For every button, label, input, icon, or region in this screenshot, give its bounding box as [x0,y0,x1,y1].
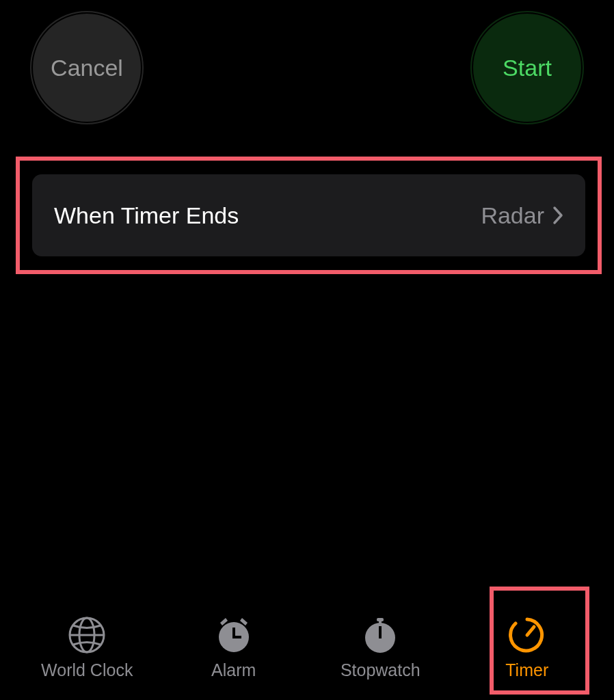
tab-world-clock-label: World Clock [41,660,133,680]
top-button-row: Cancel Start [0,14,614,122]
globe-icon [67,614,107,656]
tab-timer[interactable]: Timer [466,614,589,680]
tab-stopwatch-label: Stopwatch [341,660,421,680]
svg-rect-5 [232,636,241,638]
tab-bar: World Clock Alarm Stopwatch [0,599,614,700]
svg-line-10 [527,627,534,635]
when-timer-ends-value: Radar [481,202,544,229]
svg-rect-9 [379,626,382,638]
tab-alarm[interactable]: Alarm [172,614,295,680]
svg-rect-8 [379,621,382,624]
alarm-clock-icon [214,614,254,656]
tab-alarm-label: Alarm [211,660,256,680]
tab-world-clock[interactable]: World Clock [25,614,148,680]
when-timer-ends-row[interactable]: When Timer Ends Radar [32,174,585,256]
cancel-button[interactable]: Cancel [33,14,141,122]
chevron-right-icon [552,206,563,225]
start-button-label: Start [503,55,552,81]
tab-timer-label: Timer [505,660,548,680]
when-timer-ends-highlight: When Timer Ends Radar [16,157,602,274]
timer-icon [507,614,547,656]
start-button[interactable]: Start [473,14,581,122]
when-timer-ends-label: When Timer Ends [54,202,481,229]
stopwatch-icon [360,614,400,656]
cancel-button-label: Cancel [51,55,123,81]
tab-stopwatch[interactable]: Stopwatch [319,614,442,680]
